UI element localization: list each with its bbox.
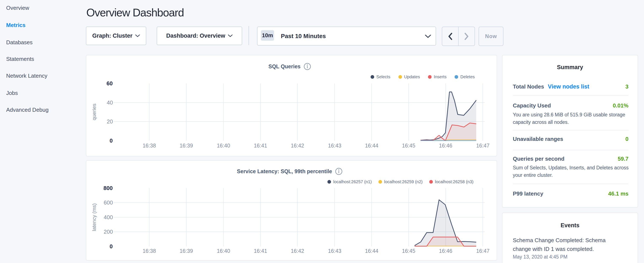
svg-text:60: 60 <box>106 80 113 87</box>
svg-text:0: 0 <box>110 243 113 249</box>
svg-text:40: 40 <box>107 99 113 106</box>
svg-text:16:39: 16:39 <box>180 248 193 254</box>
svg-text:16:46: 16:46 <box>439 143 452 149</box>
svg-text:0: 0 <box>110 137 113 144</box>
svg-text:20: 20 <box>107 118 113 125</box>
svg-text:queries: queries <box>91 104 97 120</box>
svg-text:16:41: 16:41 <box>254 143 267 149</box>
svg-text:16:42: 16:42 <box>291 143 304 149</box>
svg-text:16:47: 16:47 <box>476 248 490 254</box>
svg-text:16:43: 16:43 <box>328 248 342 254</box>
svg-text:600: 600 <box>104 199 113 206</box>
svg-text:16:39: 16:39 <box>180 143 193 149</box>
svg-text:16:45: 16:45 <box>402 143 416 149</box>
svg-text:200: 200 <box>104 228 113 235</box>
svg-text:16:40: 16:40 <box>217 143 230 149</box>
svg-text:16:43: 16:43 <box>328 143 342 149</box>
svg-text:latency (ms): latency (ms) <box>91 203 97 231</box>
svg-text:16:47: 16:47 <box>476 143 490 149</box>
svg-text:16:38: 16:38 <box>143 248 156 254</box>
svg-text:16:41: 16:41 <box>254 248 267 254</box>
svg-text:800: 800 <box>104 185 113 191</box>
svg-text:16:40: 16:40 <box>217 248 230 254</box>
svg-text:16:45: 16:45 <box>402 248 416 254</box>
svg-text:16:44: 16:44 <box>365 248 378 254</box>
svg-text:16:46: 16:46 <box>439 248 452 254</box>
svg-text:16:42: 16:42 <box>291 248 304 254</box>
svg-text:400: 400 <box>104 214 113 220</box>
svg-text:16:38: 16:38 <box>143 143 156 149</box>
svg-text:16:44: 16:44 <box>365 143 378 149</box>
